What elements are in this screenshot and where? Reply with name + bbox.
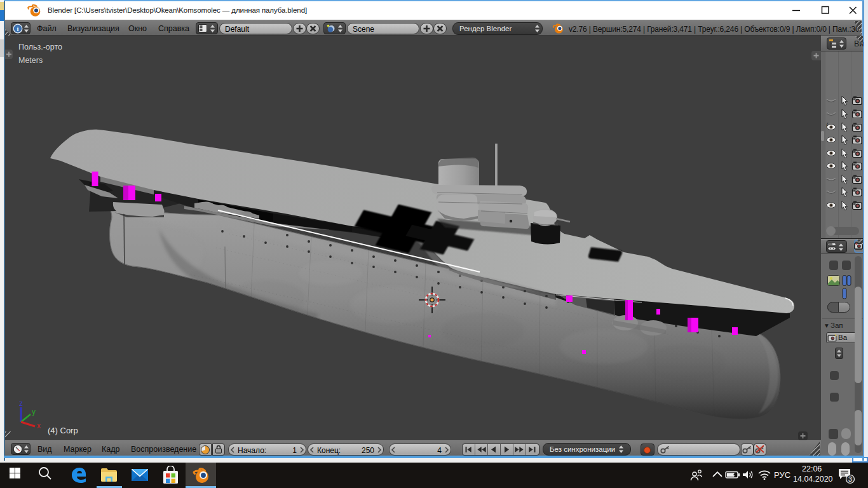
svg-text:z: z bbox=[19, 399, 23, 408]
svg-text:3: 3 bbox=[848, 475, 852, 483]
svg-text:x: x bbox=[37, 421, 41, 430]
svg-text:y: y bbox=[32, 407, 36, 416]
svg-text:i: i bbox=[17, 25, 19, 32]
